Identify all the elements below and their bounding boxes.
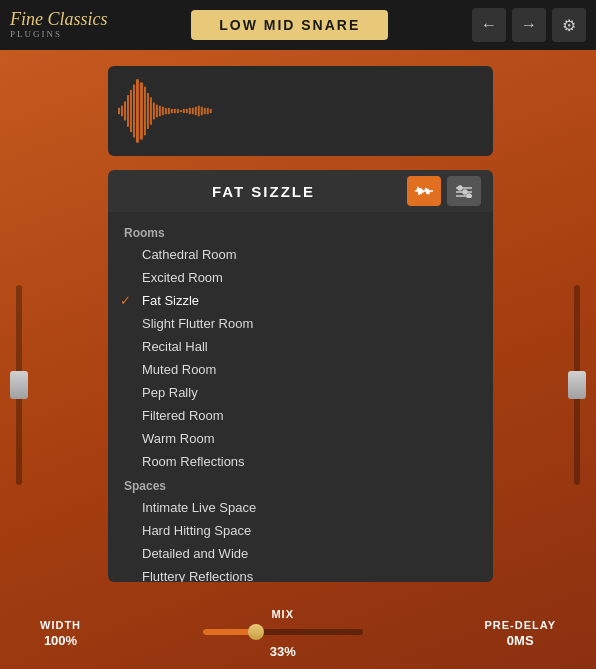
right-slider-group (566, 170, 588, 600)
svg-rect-13 (159, 106, 161, 117)
preset-icon-buttons (407, 176, 481, 206)
pre-delay-control: PRE-DELAY 0MS (484, 619, 556, 648)
svg-rect-5 (133, 85, 135, 138)
preset-detailed-and-wide[interactable]: Detailed and Wide (108, 542, 493, 565)
preset-fluttery-reflections[interactable]: Fluttery Reflections (108, 565, 493, 582)
svg-rect-16 (168, 108, 170, 114)
svg-rect-17 (171, 109, 173, 113)
right-slider-track[interactable] (574, 285, 580, 485)
preset-pep-rally[interactable]: Pep Rally (108, 381, 493, 404)
preset-filtered-room[interactable]: Filtered Room (108, 404, 493, 427)
eq-view-button[interactable] (447, 176, 481, 206)
svg-point-36 (467, 194, 471, 198)
svg-rect-30 (210, 109, 212, 113)
mix-thumb[interactable] (248, 624, 264, 640)
preset-name-display: LOW MID SNARE (191, 10, 388, 40)
svg-rect-7 (140, 82, 143, 139)
mix-control: MIX 33% (203, 608, 363, 659)
svg-rect-24 (192, 108, 194, 114)
svg-rect-9 (147, 93, 149, 129)
preset-cathedral-room[interactable]: Cathedral Room (108, 243, 493, 266)
rooms-section-label: Rooms (108, 220, 493, 243)
forward-button[interactable]: → (512, 8, 546, 42)
svg-rect-1 (121, 106, 123, 117)
preset-room-reflections[interactable]: Room Reflections (108, 450, 493, 473)
back-button[interactable]: ← (472, 8, 506, 42)
logo-sub: PLUGINS (10, 30, 108, 40)
svg-point-35 (463, 190, 467, 194)
svg-rect-25 (195, 107, 197, 115)
bottom-controls: WIDTH 100% MIX 33% PRE-DELAY 0MS (0, 608, 596, 659)
mix-label: MIX (271, 608, 294, 620)
main-area: FAT SIZZLE (0, 50, 596, 669)
svg-point-34 (458, 186, 462, 190)
preset-fat-sizzle[interactable]: ✓Fat Sizzle (108, 289, 493, 312)
preset-header: FAT SIZZLE (108, 170, 493, 212)
svg-rect-23 (189, 108, 191, 114)
waveform-display (108, 66, 493, 156)
right-slider-thumb[interactable] (568, 371, 586, 399)
left-slider-thumb[interactable] (10, 371, 28, 399)
svg-rect-27 (201, 107, 203, 115)
svg-rect-20 (180, 110, 182, 112)
logo-text: Fine Classics (10, 9, 108, 29)
svg-rect-6 (136, 79, 139, 142)
svg-rect-2 (124, 101, 126, 120)
svg-rect-29 (207, 108, 209, 114)
svg-rect-8 (144, 87, 146, 136)
svg-rect-18 (174, 109, 176, 113)
waveform-view-button[interactable] (407, 176, 441, 206)
preset-muted-room[interactable]: Muted Room (108, 358, 493, 381)
waveform-icon (414, 184, 434, 198)
app-header: Fine Classics PLUGINS LOW MID SNARE ← → … (0, 0, 596, 50)
mix-slider[interactable] (203, 624, 363, 640)
svg-rect-3 (127, 95, 129, 127)
preset-hard-hitting-space[interactable]: Hard Hitting Space (108, 519, 493, 542)
svg-rect-4 (130, 90, 132, 132)
svg-rect-21 (183, 109, 185, 113)
header-navigation: ← → ⚙ (472, 8, 586, 42)
svg-rect-15 (165, 108, 167, 114)
width-value: 100% (44, 633, 77, 648)
svg-rect-26 (198, 106, 200, 117)
preset-warm-room[interactable]: Warm Room (108, 427, 493, 450)
pre-delay-value: 0MS (507, 633, 534, 648)
width-control: WIDTH 100% (40, 619, 81, 648)
eq-icon (455, 184, 473, 198)
waveform-svg (116, 74, 485, 148)
spaces-section-label: Spaces (108, 473, 493, 496)
preset-excited-room[interactable]: Excited Room (108, 266, 493, 289)
svg-rect-22 (186, 109, 188, 113)
app-logo: Fine Classics PLUGINS (10, 10, 108, 40)
preset-recital-hall[interactable]: Recital Hall (108, 335, 493, 358)
svg-rect-0 (118, 108, 120, 114)
current-preset-title: FAT SIZZLE (120, 183, 407, 200)
svg-rect-19 (177, 109, 179, 113)
svg-rect-12 (156, 105, 158, 118)
preset-slight-flutter-room[interactable]: Slight Flutter Room (108, 312, 493, 335)
left-slider-track[interactable] (16, 285, 22, 485)
left-slider-group (8, 170, 30, 600)
preset-dropdown: Rooms Cathedral Room Excited Room ✓Fat S… (108, 212, 493, 582)
svg-rect-14 (162, 107, 164, 115)
mix-track (203, 629, 363, 635)
svg-rect-11 (153, 103, 155, 120)
mix-value: 33% (270, 644, 296, 659)
preset-area: FAT SIZZLE (108, 170, 493, 582)
pre-delay-label: PRE-DELAY (484, 619, 556, 631)
svg-rect-10 (150, 97, 152, 124)
width-label: WIDTH (40, 619, 81, 631)
preset-intimate-live-space[interactable]: Intimate Live Space (108, 496, 493, 519)
settings-button[interactable]: ⚙ (552, 8, 586, 42)
svg-rect-28 (204, 108, 206, 114)
